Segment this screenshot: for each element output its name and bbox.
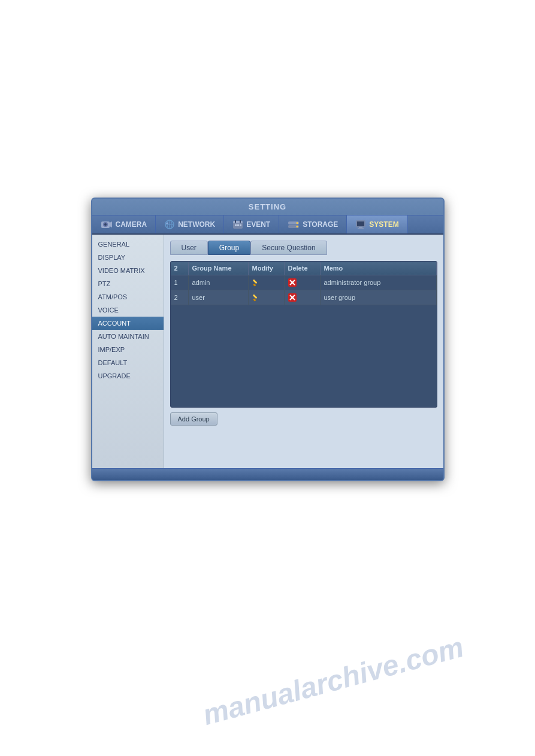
col-group-name: Group Name bbox=[189, 262, 249, 275]
svg-rect-21 bbox=[357, 221, 364, 226]
col-memo: Memo bbox=[321, 262, 437, 275]
sidebar-item-auto-maintain[interactable]: AUTO MAINTAIN bbox=[92, 330, 164, 343]
storage-icon bbox=[288, 220, 300, 229]
sidebar-item-display[interactable]: DISPLAY bbox=[92, 251, 164, 264]
tab-secure-question[interactable]: Secure Question bbox=[250, 241, 327, 255]
table-row: 1 admin bbox=[171, 275, 437, 290]
row2-group-name: user bbox=[189, 290, 249, 305]
svg-rect-25 bbox=[252, 279, 257, 284]
col-count: 2 bbox=[171, 262, 189, 275]
row1-num: 1 bbox=[171, 275, 189, 290]
sidebar-item-atm-pos[interactable]: ATM/POS bbox=[92, 290, 164, 303]
nav-storage-label: STORAGE bbox=[303, 220, 338, 229]
table-body: 1 admin bbox=[171, 275, 437, 407]
sidebar-item-video-matrix[interactable]: VIDEO MATRIX bbox=[92, 264, 164, 277]
svg-rect-14 bbox=[237, 224, 239, 226]
nav-camera-label: CAMERA bbox=[116, 220, 147, 229]
row1-memo: administrator group bbox=[321, 275, 437, 290]
sidebar-item-account[interactable]: ACCOUNT bbox=[92, 317, 164, 330]
title-bar: SETTING bbox=[92, 199, 443, 215]
svg-rect-31 bbox=[252, 294, 257, 299]
svg-rect-15 bbox=[240, 224, 241, 226]
content-area: User Group Secure Question 2 Group Name … bbox=[164, 235, 443, 468]
setting-window: SETTING CAMERA bbox=[91, 198, 445, 481]
svg-marker-3 bbox=[110, 221, 112, 227]
row2-delete[interactable] bbox=[285, 290, 321, 305]
delete-x-icon bbox=[288, 293, 297, 302]
nav-event-label: EVENT bbox=[246, 220, 270, 229]
svg-rect-8 bbox=[166, 223, 168, 224]
table-header: 2 Group Name Modify Delete Memo bbox=[171, 262, 437, 275]
delete-x-icon bbox=[288, 278, 297, 287]
system-icon bbox=[355, 220, 366, 229]
tab-row: User Group Secure Question bbox=[170, 241, 437, 255]
table-row: 2 user bbox=[171, 290, 437, 305]
svg-rect-10 bbox=[233, 221, 243, 223]
row1-delete[interactable] bbox=[285, 275, 321, 290]
window-title: SETTING bbox=[249, 202, 286, 211]
tab-group[interactable]: Group bbox=[208, 241, 250, 255]
sidebar-item-upgrade[interactable]: UPGRADE bbox=[92, 369, 164, 382]
event-icon bbox=[232, 220, 243, 229]
svg-rect-23 bbox=[358, 228, 364, 229]
sidebar-item-voice[interactable]: VOICE bbox=[92, 303, 164, 317]
row2-modify[interactable] bbox=[249, 290, 285, 305]
nav-network-label: NETWORK bbox=[178, 220, 215, 229]
row1-group-name: admin bbox=[189, 275, 249, 290]
camera-icon bbox=[101, 220, 113, 229]
add-group-button[interactable]: Add Group bbox=[170, 412, 217, 426]
svg-rect-13 bbox=[235, 224, 237, 226]
nav-storage[interactable]: STORAGE bbox=[279, 215, 347, 233]
main-content: GENERAL DISPLAY VIDEO MATRIX PTZ ATM/POS… bbox=[92, 235, 443, 468]
nav-camera[interactable]: CAMERA bbox=[92, 215, 156, 233]
sidebar-item-general[interactable]: GENERAL bbox=[92, 238, 164, 251]
row2-num: 2 bbox=[171, 290, 189, 305]
watermark: manualarchive.com bbox=[199, 630, 467, 731]
nav-system-label: SYSTEM bbox=[369, 220, 398, 229]
nav-system[interactable]: SYSTEM bbox=[347, 215, 407, 233]
svg-point-18 bbox=[297, 222, 298, 224]
top-nav: CAMERA NETWORK bbox=[92, 215, 443, 235]
edit-pencil-icon bbox=[252, 278, 261, 287]
row1-modify[interactable] bbox=[249, 275, 285, 290]
edit-pencil-icon bbox=[252, 293, 261, 302]
sidebar-item-imp-exp[interactable]: IMP/EXP bbox=[92, 343, 164, 356]
col-modify: Modify bbox=[249, 262, 285, 275]
nav-event[interactable]: EVENT bbox=[224, 215, 279, 233]
bottom-bar bbox=[92, 468, 443, 480]
group-table: 2 Group Name Modify Delete Memo 1 admin bbox=[170, 261, 437, 408]
tab-user[interactable]: User bbox=[170, 241, 208, 255]
network-icon bbox=[164, 220, 175, 229]
svg-point-19 bbox=[297, 226, 298, 227]
row2-memo: user group bbox=[321, 290, 437, 305]
svg-point-2 bbox=[104, 223, 107, 226]
col-delete: Delete bbox=[285, 262, 321, 275]
sidebar-item-ptz[interactable]: PTZ bbox=[92, 277, 164, 290]
sidebar: GENERAL DISPLAY VIDEO MATRIX PTZ ATM/POS… bbox=[92, 235, 164, 468]
sidebar-item-default[interactable]: DEFAULT bbox=[92, 356, 164, 369]
nav-network[interactable]: NETWORK bbox=[156, 215, 224, 233]
